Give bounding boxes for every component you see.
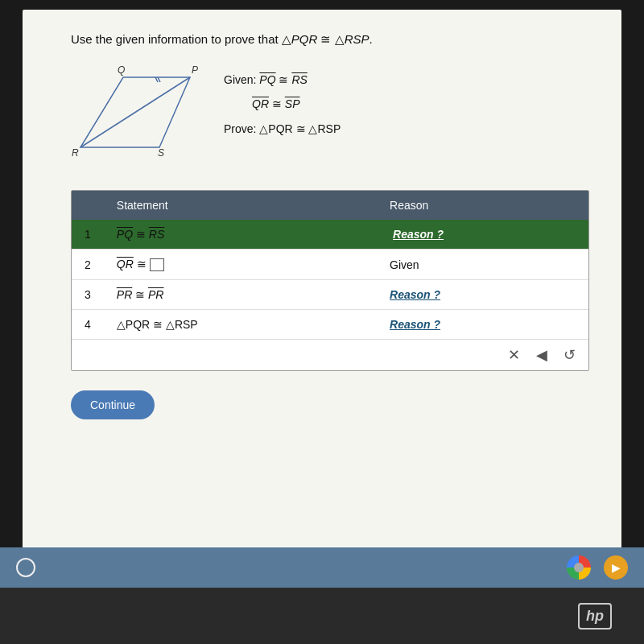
nav-next-button[interactable]: ◀ (536, 346, 547, 364)
reason-3[interactable]: Reason ? (377, 280, 588, 310)
row-num-1: 1 (72, 220, 104, 250)
prove-line: Prove: △PQR ≅ △RSP (224, 120, 341, 138)
row-num-3: 3 (72, 280, 104, 310)
diagram-section: Q P R S Given: PQ ≅ RS QR ≅ SP (71, 63, 589, 167)
play-button[interactable]: ▶ (604, 555, 628, 580)
statement-4: △PQR ≅ △RSP (104, 310, 377, 340)
geometry-diagram: Q P R S (71, 63, 200, 167)
laptop-bottom: hp (0, 588, 644, 644)
header-reason: Reason (377, 191, 588, 220)
proof-table-container: Statement Reason 1 PQ ≅ RS (71, 190, 589, 371)
header-num (72, 191, 104, 220)
table-row: 3 PR ≅ PR Reason ? (72, 280, 588, 310)
svg-line-6 (155, 77, 158, 82)
statement-2: QR ≅ (104, 250, 377, 280)
given-section: Given: PQ ≅ RS QR ≅ SP Prove: △PQR ≅ △RS… (224, 63, 341, 144)
table-header-row: Statement Reason (72, 191, 588, 220)
nav-prev-button[interactable]: ✕ (508, 346, 520, 364)
content-area: Use the given information to prove that … (23, 10, 621, 569)
table-row: 2 QR ≅ Given (72, 250, 588, 280)
svg-line-1 (80, 77, 190, 147)
taskbar-circle (16, 558, 35, 577)
statement-1: PQ ≅ RS (104, 220, 377, 250)
diagram-container: Q P R S (71, 63, 200, 167)
proof-table: Statement Reason 1 PQ ≅ RS (72, 191, 588, 339)
svg-text:R: R (72, 147, 79, 159)
continue-button[interactable]: Continue (71, 390, 155, 419)
svg-text:Q: Q (118, 64, 125, 76)
given-line2: QR ≅ SP (224, 95, 341, 113)
header-statement: Statement (104, 191, 377, 220)
svg-text:P: P (192, 64, 198, 76)
table-footer: ✕ ◀ ↺ (72, 339, 588, 370)
table-row: 1 PQ ≅ RS Reason ? (72, 220, 588, 250)
nav-refresh-button[interactable]: ↺ (564, 346, 576, 364)
given-line1: Given: PQ ≅ RS (224, 71, 341, 89)
reason-4[interactable]: Reason ? (377, 310, 588, 340)
screen: Use the given information to prove that … (23, 10, 621, 569)
chrome-icon[interactable] (567, 555, 591, 580)
row-num-4: 4 (72, 310, 104, 340)
row-num-2: 2 (72, 250, 104, 280)
reason-1[interactable]: Reason ? (377, 220, 588, 250)
hp-logo: hp (578, 603, 612, 630)
problem-title: Use the given information to prove that … (71, 32, 589, 47)
taskbar: ▶ (0, 547, 644, 588)
taskbar-right: ▶ (567, 555, 628, 580)
reason-2: Given (377, 250, 588, 280)
svg-text:S: S (158, 147, 164, 159)
svg-line-7 (158, 77, 160, 82)
statement-3: PR ≅ PR (104, 280, 377, 310)
table-row: 4 △PQR ≅ △RSP Reason ? (72, 310, 588, 340)
